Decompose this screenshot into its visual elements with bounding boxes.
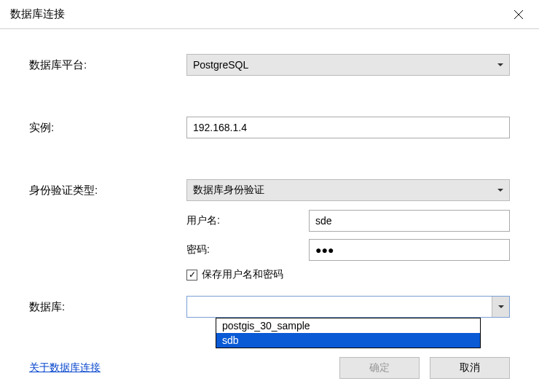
password-input[interactable] (309, 239, 510, 261)
username-input[interactable] (309, 210, 510, 232)
about-link[interactable]: 关于数据库连接 (29, 361, 101, 375)
cancel-button[interactable]: 取消 (430, 357, 510, 379)
row-username: 用户名: (186, 210, 510, 232)
label-password: 密码: (186, 243, 309, 256)
label-authtype: 身份验证类型: (29, 184, 186, 197)
platform-select[interactable]: PostgreSQL (186, 54, 510, 76)
authtype-value: 数据库身份验证 (193, 184, 264, 197)
dialog-content: 数据库平台: PostgreSQL 实例: 身份验证类型: 数据库身份验证 用户… (0, 29, 539, 392)
database-dropdown-list[interactable]: postgis_30_samplesdb (216, 318, 481, 348)
row-password: 密码: (186, 239, 510, 261)
label-username: 用户名: (186, 214, 309, 227)
platform-value: PostgreSQL (193, 59, 248, 71)
chevron-down-icon (498, 305, 504, 308)
label-platform: 数据库平台: (29, 58, 186, 72)
chevron-down-icon (497, 189, 503, 192)
button-group: 确定 取消 (339, 357, 510, 379)
titlebar: 数据库连接 (0, 0, 539, 29)
dropdown-option[interactable]: sdb (216, 333, 480, 348)
check-icon: ✓ (189, 270, 196, 279)
ok-button[interactable]: 确定 (339, 357, 420, 379)
dropdown-option[interactable]: postgis_30_sample (216, 318, 480, 333)
database-combobox[interactable] (186, 296, 510, 318)
close-icon (514, 9, 524, 20)
row-platform: 数据库平台: PostgreSQL (29, 54, 510, 76)
savecreds-checkbox[interactable]: ✓ (186, 270, 197, 281)
auth-section: 用户名: 密码: ✓ 保存用户名和密码 (186, 210, 510, 281)
button-row: 关于数据库连接 确定 取消 (29, 357, 510, 379)
row-instance: 实例: (29, 117, 510, 138)
window-title: 数据库连接 (10, 7, 65, 21)
label-database: 数据库: (29, 300, 186, 314)
instance-input[interactable] (186, 117, 510, 138)
row-savecreds[interactable]: ✓ 保存用户名和密码 (186, 268, 510, 281)
close-button[interactable] (508, 4, 529, 25)
database-dropdown-button[interactable] (492, 297, 509, 317)
row-authtype: 身份验证类型: 数据库身份验证 (29, 179, 510, 201)
label-instance: 实例: (29, 121, 186, 135)
chevron-down-icon (497, 63, 503, 66)
label-savecreds: 保存用户名和密码 (202, 268, 283, 281)
row-database: 数据库: (29, 296, 510, 318)
database-input[interactable] (187, 297, 492, 317)
authtype-select[interactable]: 数据库身份验证 (186, 179, 510, 201)
